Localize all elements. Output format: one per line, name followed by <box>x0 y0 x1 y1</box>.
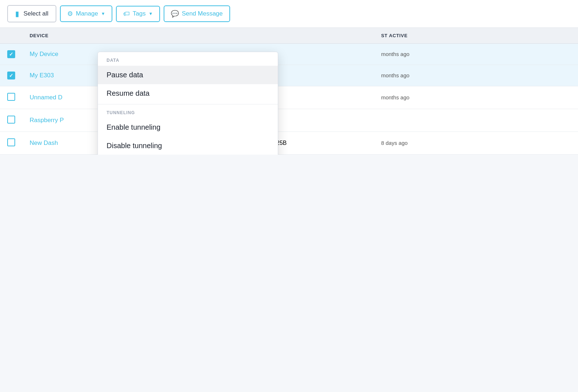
row-checkbox[interactable] <box>7 138 15 146</box>
last-active-value: months ago <box>381 94 409 100</box>
manage-dropdown-menu: DATAPause dataResume dataTUNNELINGEnable… <box>98 52 278 155</box>
data-usage-cell <box>263 65 374 86</box>
device-name: My E303 <box>30 72 54 79</box>
device-column-header: DEVICE <box>22 28 196 44</box>
menu-item-pause-data[interactable]: Pause data <box>98 66 278 84</box>
last-active-cell: months ago <box>374 65 526 86</box>
select-all-checkbox-icon: ▮ <box>15 9 19 18</box>
table-row: Raspberry P <box>0 109 578 132</box>
data-usage-cell: 9325B <box>263 132 374 155</box>
data-usage-cell <box>263 109 374 132</box>
dropdown-section: TUNNELINGEnable tunnelingDisable tunneli… <box>98 104 278 155</box>
row-checkbox-cell[interactable] <box>0 44 22 65</box>
last-active-cell: 8 days ago <box>374 132 526 155</box>
extra-cell <box>526 86 578 109</box>
row-checkbox-cell[interactable] <box>0 132 22 155</box>
tag-icon: 🏷 <box>123 10 130 18</box>
message-icon: 💬 <box>171 10 179 18</box>
manage-chevron-icon: ▼ <box>101 11 105 16</box>
tags-label: Tags <box>133 10 146 17</box>
manage-label: Manage <box>76 10 98 17</box>
row-checkbox[interactable] <box>7 93 15 101</box>
last-active-cell <box>374 109 526 132</box>
tags-chevron-icon: ▼ <box>148 11 153 16</box>
table-row: Unnamed D months ago <box>0 86 578 109</box>
last-active-cell: months ago <box>374 86 526 109</box>
last-active-value: months ago <box>381 51 409 57</box>
extra-cell <box>526 109 578 132</box>
last-active-value: months ago <box>381 72 409 78</box>
manage-button[interactable]: ⚙ Manage ▼ <box>60 5 112 22</box>
data-column-header <box>263 28 374 44</box>
table-row: My Device months ago <box>0 44 578 65</box>
last-active-column-header: ST ACTIVE <box>374 28 526 44</box>
extra-cell <box>526 65 578 86</box>
row-checkbox[interactable] <box>7 50 15 58</box>
device-name: Unnamed D <box>30 94 62 101</box>
row-checkbox[interactable] <box>7 116 15 124</box>
row-checkbox-cell[interactable] <box>0 65 22 86</box>
last-active-cell: months ago <box>374 44 526 65</box>
device-name: My Device <box>30 51 58 57</box>
device-name: Raspberry P <box>30 117 64 124</box>
devices-table: DEVICE ST ACTIVE My Device months ago <box>0 28 578 155</box>
status-column-header <box>196 28 263 44</box>
send-message-button[interactable]: 💬 Send Message <box>164 5 230 22</box>
dropdown-section: DATAPause dataResume data <box>98 52 278 104</box>
row-checkbox-cell[interactable] <box>0 109 22 132</box>
checkbox-column-header <box>0 28 22 44</box>
menu-item-disable-tunneling[interactable]: Disable tunneling <box>98 137 278 155</box>
table-header-row: DEVICE ST ACTIVE <box>0 28 578 44</box>
section-label: TUNNELING <box>98 110 278 118</box>
data-usage-cell <box>263 86 374 109</box>
section-label: DATA <box>98 58 278 66</box>
extra-column-header <box>526 28 578 44</box>
table-row: My E303 months ago <box>0 65 578 86</box>
device-name: New Dash <box>30 139 58 146</box>
menu-item-resume-data[interactable]: Resume data <box>98 84 278 103</box>
tags-button[interactable]: 🏷 Tags ▼ <box>116 6 160 22</box>
select-all-label: Select all <box>23 10 48 17</box>
table-container: DEVICE ST ACTIVE My Device months ago <box>0 28 578 155</box>
row-checkbox[interactable] <box>7 72 15 79</box>
select-all-button[interactable]: ▮ Select all <box>7 5 56 22</box>
last-active-value: 8 days ago <box>381 140 407 146</box>
send-message-label: Send Message <box>182 10 223 17</box>
data-usage-cell <box>263 44 374 65</box>
row-checkbox-cell[interactable] <box>0 86 22 109</box>
menu-item-enable-tunneling[interactable]: Enable tunneling <box>98 118 278 137</box>
table-row: New Dash 9325B 8 days ago <box>0 132 578 155</box>
extra-cell <box>526 132 578 155</box>
toolbar: ▮ Select all ⚙ Manage ▼ 🏷 Tags ▼ 💬 Send … <box>0 0 578 28</box>
extra-cell <box>526 44 578 65</box>
gear-icon: ⚙ <box>67 10 73 18</box>
